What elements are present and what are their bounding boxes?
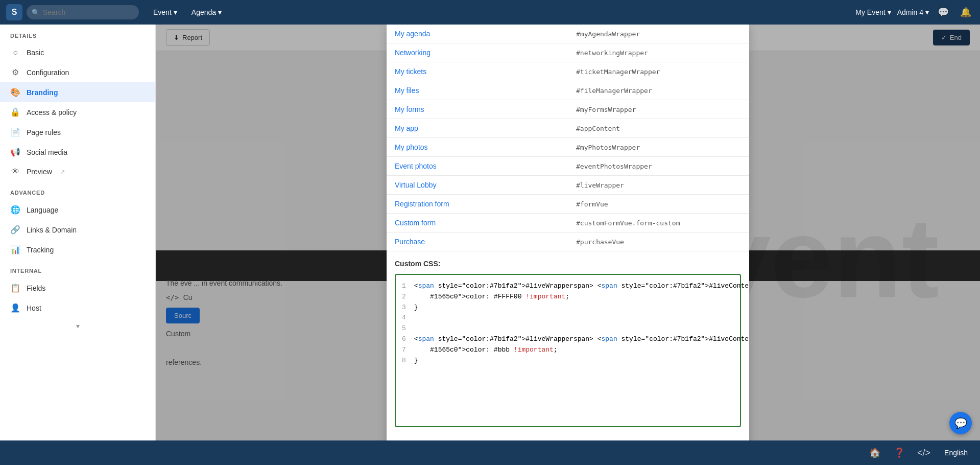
- sidebar-item-configuration[interactable]: ⚙ Configuration: [0, 62, 155, 82]
- table-row: My photos#myPhotosWrapper: [387, 138, 749, 157]
- eye-icon: 👁: [10, 167, 20, 176]
- page-link[interactable]: Event photos: [387, 157, 568, 176]
- selector-value: #fileManagerWrapper: [568, 81, 749, 100]
- search-input[interactable]: [27, 5, 139, 19]
- selector-value: #purchaseVue: [568, 232, 749, 251]
- line-content: #1565c0">color: #FFFF00 !important;: [414, 292, 749, 303]
- bell-icon-button[interactable]: 🔔: [958, 4, 974, 20]
- table-row: My app#appContent: [387, 119, 749, 138]
- line-content: }: [414, 303, 749, 313]
- sidebar-item-social-media[interactable]: 📢 Social media: [0, 142, 155, 162]
- sidebar-item-fields[interactable]: 📋 Fields: [0, 278, 155, 298]
- table-row: Virtual Lobby#liveWrapper: [387, 176, 749, 195]
- sidebar-item-label: Branding: [27, 88, 58, 97]
- sidebar-item-language[interactable]: 🌐 Language: [0, 200, 155, 220]
- top-nav-menu: Event ▾ Agenda ▾: [147, 5, 228, 19]
- css-code-editor[interactable]: 1<span style="color:#7b1fa2">#liveWrappe…: [395, 274, 741, 427]
- admin-selector[interactable]: Admin 4 ▾: [897, 8, 929, 16]
- selector-value: #appContent: [568, 119, 749, 138]
- lock-icon: 🔒: [10, 107, 20, 117]
- chat-bubble-button[interactable]: 💬: [949, 412, 972, 434]
- sidebar-item-preview[interactable]: 👁 Preview ↗: [0, 162, 155, 181]
- chevron-down-icon: ▾: [174, 8, 177, 16]
- selector-value: #formVue: [568, 195, 749, 214]
- scroll-indicator: ▾: [0, 318, 155, 334]
- selector-value: #ticketManagerWrapper: [568, 62, 749, 81]
- home-icon-button[interactable]: 🏠: [867, 445, 883, 461]
- page-link[interactable]: Registration form: [387, 195, 568, 214]
- line-number: 6: [402, 334, 414, 345]
- line-content: #1565c0">color: #bbb !important;: [414, 345, 749, 356]
- sidebar-item-label: Language: [27, 206, 58, 214]
- sidebar-item-label: Preview: [27, 168, 52, 176]
- language-selector[interactable]: English: [940, 447, 972, 459]
- sidebar-item-label: Social media: [27, 148, 67, 156]
- chevron-down-icon: ▾: [888, 8, 891, 16]
- page-link[interactable]: Virtual Lobby: [387, 176, 568, 195]
- top-nav-right: My Event ▾ Admin 4 ▾ 💬 🔔: [855, 4, 974, 20]
- sidebar-item-host[interactable]: 👤 Host: [0, 298, 155, 318]
- palette-icon: 🎨: [10, 87, 20, 97]
- sidebar-item-page-rules[interactable]: 📄 Page rules: [0, 122, 155, 142]
- sidebar-item-label: Page rules: [27, 128, 61, 136]
- code-icon-button[interactable]: </>: [916, 445, 932, 461]
- search-wrapper: 🔍: [27, 5, 139, 19]
- page-link[interactable]: Purchase: [387, 232, 568, 251]
- clipboard-icon: 📋: [10, 283, 20, 293]
- page-icon: 📄: [10, 127, 20, 137]
- question-icon-button[interactable]: ❓: [891, 445, 907, 461]
- internal-section-title: INTERNAL: [0, 260, 155, 278]
- css-label: Custom CSS:: [395, 260, 741, 268]
- page-link[interactable]: My forms: [387, 100, 568, 119]
- event-menu-item[interactable]: Event ▾: [147, 5, 183, 19]
- page-link[interactable]: My tickets: [387, 62, 568, 81]
- admin-name-label: Admin 4: [897, 8, 923, 16]
- selector-value: #myPhotosWrapper: [568, 138, 749, 157]
- line-number: 7: [402, 345, 414, 356]
- code-line: 8}: [402, 356, 749, 366]
- selector-value: #customFormVue.form-custom: [568, 214, 749, 232]
- link-icon: 🔗: [10, 225, 20, 235]
- selector-value: #networkingWrapper: [568, 51, 749, 62]
- css-reference-modal: My agenda#myAgendaWrapperNetworking#netw…: [387, 51, 749, 465]
- sidebar-item-links-domain[interactable]: 🔗 Links & Domain: [0, 220, 155, 240]
- details-section-title: DETAILS: [0, 25, 155, 43]
- gear-icon: ⚙: [10, 67, 20, 77]
- person-icon: 👤: [10, 303, 20, 313]
- page-link[interactable]: My app: [387, 119, 568, 138]
- line-number: 1: [402, 281, 414, 292]
- sidebar-item-tracking[interactable]: 📊 Tracking: [0, 240, 155, 260]
- code-line: 2 #1565c0">color: #FFFF00 !important;: [402, 292, 749, 303]
- bottom-bar: 🏠 ❓ </> English: [0, 440, 980, 465]
- chat-icon-button[interactable]: 💬: [935, 4, 951, 20]
- table-row: Networking#networkingWrapper: [387, 51, 749, 62]
- line-content: [414, 323, 749, 334]
- code-line: 6<span style="color:#7b1fa2">#liveWrappe…: [402, 334, 749, 345]
- tracking-icon: 📊: [10, 245, 20, 254]
- event-selector[interactable]: My Event ▾: [855, 8, 891, 16]
- selector-value: #eventPhotosWrapper: [568, 157, 749, 176]
- sidebar-item-basic[interactable]: ○ Basic: [0, 43, 155, 62]
- page-link[interactable]: Networking: [387, 51, 568, 62]
- table-row: Purchase#purchaseVue: [387, 232, 749, 251]
- table-row: My files#fileManagerWrapper: [387, 81, 749, 100]
- sidebar-item-access-policy[interactable]: 🔒 Access & policy: [0, 102, 155, 122]
- line-number: 8: [402, 356, 414, 366]
- sidebar-item-label: Links & Domain: [27, 226, 77, 234]
- table-row: Event photos#eventPhotosWrapper: [387, 157, 749, 176]
- reference-table: My agenda#myAgendaWrapperNetworking#netw…: [387, 51, 749, 251]
- page-link[interactable]: My photos: [387, 138, 568, 157]
- search-icon: 🔍: [32, 9, 40, 16]
- chevron-down-icon: ▾: [218, 8, 222, 16]
- page-link[interactable]: My files: [387, 81, 568, 100]
- sidebar-item-branding[interactable]: 🎨 Branding: [0, 82, 155, 102]
- circle-icon: ○: [10, 48, 20, 57]
- custom-css-section: Custom CSS: 1<span style="color:#7b1fa2"…: [387, 251, 749, 435]
- line-number: 2: [402, 292, 414, 303]
- chevron-down-icon: ▾: [76, 322, 80, 330]
- table-row: My forms#myFormsWrapper: [387, 100, 749, 119]
- page-link[interactable]: Custom form: [387, 214, 568, 232]
- agenda-menu-item[interactable]: Agenda ▾: [185, 5, 228, 19]
- selector-value: #liveWrapper: [568, 176, 749, 195]
- external-link-icon: ↗: [60, 169, 65, 175]
